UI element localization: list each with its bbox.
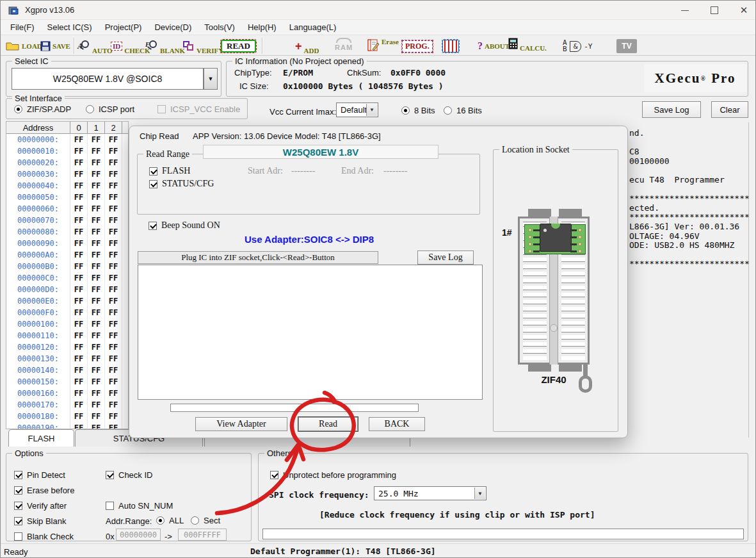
hex-byte-cell[interactable]: FF [88, 399, 105, 411]
hex-byte-cell[interactable]: FF [88, 376, 105, 388]
verify-after-checkbox[interactable]: Verify after [14, 501, 67, 511]
hex-byte-cell[interactable]: FF [70, 145, 88, 157]
menu-language[interactable]: Language(L) [284, 21, 342, 33]
hex-byte-cell[interactable]: FF [88, 134, 105, 145]
hex-byte-cell[interactable]: FF [105, 353, 122, 365]
view-adapter-button[interactable]: View Adapter [195, 417, 287, 431]
ic-combobox[interactable]: W25Q80EW 1.8V @SOIC8 [12, 68, 204, 90]
close-button[interactable]: ✕ [729, 1, 756, 20]
hex-byte-cell[interactable]: FF [105, 295, 122, 307]
hex-byte-cell[interactable]: FF [88, 168, 105, 180]
hex-byte-cell[interactable]: FF [70, 215, 88, 226]
hex-byte-cell[interactable]: FF [70, 318, 88, 330]
spi-frequency-dropdown[interactable]: 25.0 MHz ▼ [374, 486, 487, 500]
hex-byte-cell[interactable]: FF [70, 272, 88, 284]
ram-button[interactable]: RAM [335, 38, 353, 54]
hex-byte-cell[interactable]: FF [70, 134, 88, 145]
hex-editor[interactable]: Address 0 1 2 00000000:FFFFFF00000010:FF… [6, 121, 129, 429]
save-log-button-dialog[interactable]: Save Log [417, 250, 474, 265]
hex-byte-cell[interactable]: FF [70, 261, 88, 272]
hex-byte-cell[interactable]: FF [105, 215, 122, 226]
hex-byte-cell[interactable]: FF [88, 192, 105, 203]
hex-byte-cell[interactable]: FF [105, 145, 122, 157]
hex-byte-cell[interactable]: FF [105, 272, 122, 284]
ic-test-button[interactable] [442, 38, 459, 54]
hex-byte-cell[interactable]: FF [105, 422, 122, 429]
hex-byte-cell[interactable]: FF [88, 180, 105, 192]
auto-button[interactable]: A AUTO [79, 38, 113, 54]
save-button[interactable]: SAVE [40, 38, 70, 54]
hex-byte-cell[interactable]: FF [105, 261, 122, 272]
hex-byte-cell[interactable]: FF [70, 203, 88, 215]
hex-byte-cell[interactable]: FF [70, 411, 88, 422]
hex-byte-cell[interactable]: FF [70, 388, 88, 399]
hex-byte-cell[interactable]: FF [70, 192, 88, 203]
hex-byte-cell[interactable]: FF [105, 399, 122, 411]
check-id-button[interactable]: ID CHECK [111, 38, 150, 54]
blank-check-checkbox[interactable]: Blank Check [14, 532, 74, 541]
hex-byte-cell[interactable]: FF [70, 341, 88, 353]
read-button[interactable]: Read [298, 417, 358, 431]
hex-byte-cell[interactable]: FF [88, 284, 105, 295]
hex-byte-cell[interactable]: FF [70, 284, 88, 295]
logic-gate-button[interactable]: AB & -Y [563, 38, 593, 54]
menu-select-ic[interactable]: Select IC(S) [42, 21, 98, 33]
hex-byte-cell[interactable]: FF [88, 261, 105, 272]
vcc-dropdown-arrow[interactable]: ▼ [366, 104, 377, 116]
verify-button[interactable]: VERIFY [183, 38, 223, 54]
menu-device[interactable]: Device(D) [149, 21, 197, 33]
hex-byte-cell[interactable]: FF [70, 295, 88, 307]
menu-help[interactable]: Help(H) [242, 21, 282, 33]
minimize-button[interactable] [670, 1, 700, 20]
erase-button[interactable]: Erase [367, 38, 399, 54]
hex-byte-cell[interactable]: FF [88, 318, 105, 330]
hex-byte-cell[interactable]: FF [88, 341, 105, 353]
hex-byte-cell[interactable]: FF [105, 341, 122, 353]
bits16-radio[interactable]: 16 Bits [444, 106, 482, 115]
back-button[interactable]: BACK [369, 417, 425, 431]
read-button-toolbar[interactable]: READ [221, 38, 256, 54]
auto-sn-checkbox[interactable]: Auto SN_NUM [106, 501, 173, 511]
hex-byte-cell[interactable]: FF [88, 330, 105, 341]
unprotect-checkbox[interactable]: Unprotect before programming [270, 470, 396, 480]
hex-byte-cell[interactable]: FF [88, 388, 105, 399]
pin-detect-checkbox[interactable]: Pin Detect [14, 470, 65, 480]
hex-byte-cell[interactable]: FF [88, 411, 105, 422]
hex-byte-cell[interactable]: FF [88, 422, 105, 429]
erase-before-checkbox[interactable]: Erase before [14, 486, 74, 495]
hex-byte-cell[interactable]: FF [70, 168, 88, 180]
hex-byte-cell[interactable]: FF [105, 365, 122, 376]
save-log-button-main[interactable]: Save Log [642, 101, 701, 118]
zif-radio[interactable]: ZIF/SP.ADP [14, 104, 71, 114]
hex-byte-cell[interactable]: FF [88, 215, 105, 226]
icsp-radio[interactable]: ICSP port [86, 104, 134, 114]
hex-byte-cell[interactable]: FF [105, 203, 122, 215]
hex-byte-cell[interactable]: FF [70, 180, 88, 192]
tv-button[interactable]: TV [616, 38, 637, 54]
hex-byte-cell[interactable]: FF [70, 307, 88, 318]
menu-file[interactable]: File(F) [4, 21, 40, 33]
hex-byte-cell[interactable]: FF [105, 284, 122, 295]
hex-byte-cell[interactable]: FF [105, 192, 122, 203]
calculator-button[interactable]: CALCU. [508, 38, 547, 54]
program-button[interactable]: PROG. [402, 38, 433, 54]
hex-byte-cell[interactable]: FF [105, 249, 122, 261]
hex-byte-cell[interactable]: FF [70, 157, 88, 168]
spi-dropdown-arrow[interactable]: ▼ [474, 488, 485, 499]
status-cfg-checkbox[interactable]: STATUS/CFG [149, 179, 214, 189]
addr-sect-radio[interactable]: Sect [191, 516, 220, 525]
hex-byte-cell[interactable]: FF [105, 168, 122, 180]
check-id-checkbox[interactable]: Check ID [106, 470, 152, 480]
beep-checkbox[interactable]: Beep Sound ON [149, 220, 220, 231]
hex-byte-cell[interactable]: FF [105, 307, 122, 318]
hex-byte-cell[interactable]: FF [70, 399, 88, 411]
hex-byte-cell[interactable]: FF [105, 226, 122, 238]
skip-blank-checkbox[interactable]: Skip Blank [14, 516, 66, 526]
ic-combobox-arrow[interactable]: ▼ [204, 68, 218, 90]
vcc-dropdown[interactable]: Default ▼ [336, 103, 378, 117]
hex-byte-cell[interactable]: FF [70, 376, 88, 388]
tab-flash[interactable]: FLASH [8, 429, 74, 447]
add-button[interactable]: + ADD [295, 38, 319, 54]
hex-byte-cell[interactable]: FF [105, 388, 122, 399]
hex-byte-cell[interactable]: FF [88, 365, 105, 376]
